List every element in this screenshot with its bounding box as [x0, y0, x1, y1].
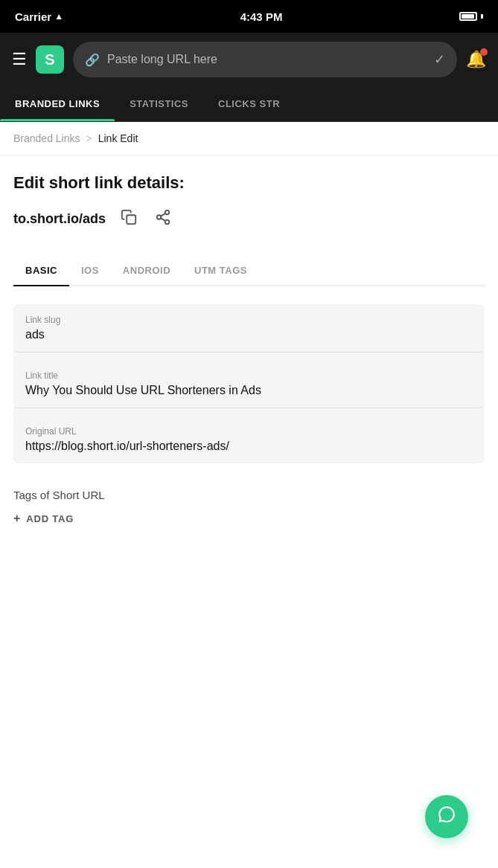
url-placeholder: Paste long URL here	[107, 53, 427, 66]
check-icon: ✓	[434, 51, 445, 68]
tab-basic[interactable]: BASIC	[13, 256, 69, 285]
form-section: Link slug ads Link title Why You Should …	[13, 304, 485, 463]
status-bar: Carrier ▲ 4:43 PM	[0, 0, 498, 33]
link-title-value: Why You Should Use URL Shorteners in Ads	[25, 384, 473, 397]
copy-button[interactable]	[118, 206, 140, 232]
tab-android[interactable]: ANDROID	[111, 256, 182, 285]
svg-rect-0	[127, 215, 135, 224]
main-content: Edit short link details: to.short.io/ads…	[0, 155, 498, 555]
app-logo: S	[36, 45, 64, 74]
tab-branded-links[interactable]: BRANDED LINKS	[0, 86, 115, 121]
battery-icon	[459, 12, 477, 21]
breadcrumb-separator: >	[86, 132, 92, 144]
carrier-label: Carrier ▲	[15, 10, 63, 23]
battery-indicator	[459, 12, 483, 21]
add-tag-label: ADD TAG	[26, 513, 74, 524]
url-input-container[interactable]: 🔗 Paste long URL here ✓	[73, 42, 457, 77]
original-url-field[interactable]: Original URL https://blog.short.io/url-s…	[13, 416, 485, 463]
header: ☰ S 🔗 Paste long URL here ✓ 🔔	[0, 33, 498, 86]
notification-bell[interactable]: 🔔	[466, 50, 486, 69]
breadcrumb-parent[interactable]: Branded Links	[13, 132, 80, 144]
time-label: 4:43 PM	[240, 10, 283, 23]
inner-tabs: BASIC IOS ANDROID UTM TAGS	[13, 256, 485, 286]
chat-icon	[437, 805, 456, 829]
original-url-value: https://blog.short.io/url-shorteners-ads…	[25, 440, 473, 453]
svg-line-5	[161, 213, 165, 216]
copy-icon	[121, 209, 137, 225]
tags-section: Tags of Short URL + ADD TAG	[13, 471, 485, 537]
tab-clicks-str[interactable]: CLICKS STR	[203, 86, 295, 121]
original-url-label: Original URL	[25, 426, 473, 437]
share-button[interactable]	[152, 206, 174, 232]
tab-utm-tags[interactable]: UTM TAGS	[182, 256, 259, 285]
breadcrumb: Branded Links > Link Edit	[0, 122, 498, 155]
wifi-icon: ▲	[54, 11, 63, 22]
link-title-label: Link title	[25, 370, 473, 381]
plus-icon: +	[13, 512, 20, 525]
tags-title: Tags of Short URL	[13, 489, 485, 501]
short-link-row: to.short.io/ads	[13, 206, 485, 232]
link-slug-label: Link slug	[25, 315, 473, 325]
link-title-field[interactable]: Link title Why You Should Use URL Shorte…	[13, 360, 485, 408]
page-title: Edit short link details:	[13, 173, 485, 193]
link-slug-value: ads	[25, 328, 473, 341]
link-icon: 🔗	[85, 53, 100, 67]
tab-ios[interactable]: IOS	[69, 256, 111, 285]
add-tag-button[interactable]: + ADD TAG	[13, 512, 74, 525]
tab-statistics[interactable]: STATISTICS	[115, 86, 203, 121]
notification-badge	[480, 48, 488, 56]
breadcrumb-current: Link Edit	[98, 132, 138, 144]
link-slug-field[interactable]: Link slug ads	[13, 304, 485, 353]
top-tabs: BRANDED LINKS STATISTICS CLICKS STR	[0, 86, 498, 122]
share-icon	[155, 209, 171, 225]
short-link-text: to.short.io/ads	[13, 211, 106, 227]
chat-fab[interactable]	[425, 795, 468, 838]
hamburger-icon[interactable]: ☰	[12, 50, 27, 69]
svg-line-4	[161, 218, 165, 221]
